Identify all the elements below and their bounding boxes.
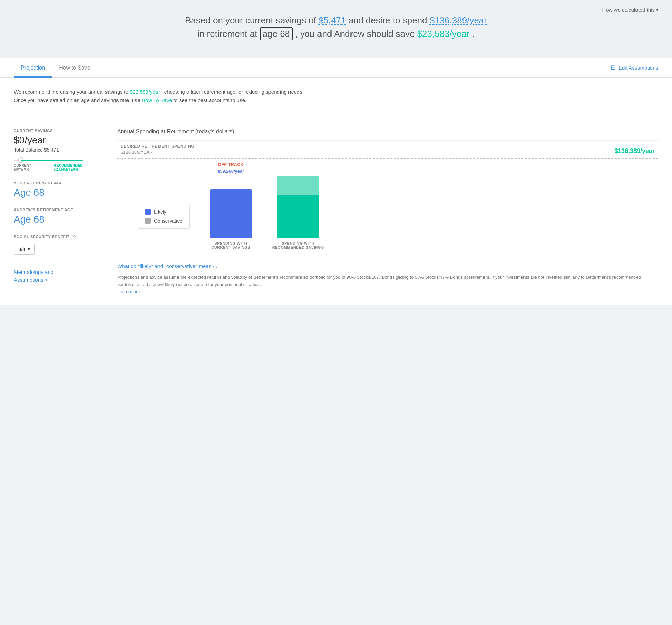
- slider-track: [14, 160, 83, 161]
- chevron-down-icon: ▾: [656, 8, 658, 12]
- spend-amount-link[interactable]: $136,389/year: [430, 15, 487, 25]
- chart-container: DESIRED RETIREMENT SPENDING $136,389/YEA…: [117, 140, 658, 295]
- slider-fill: [21, 160, 83, 161]
- learn-more-link[interactable]: Learn more ›: [117, 289, 143, 294]
- social-security-value: 3/4: [18, 246, 26, 252]
- desired-spending-line: [117, 158, 658, 159]
- header-section: How we calculated this ▾ Based on your c…: [0, 0, 672, 58]
- recommendation-text: We recommend increasing your annual savi…: [14, 88, 658, 104]
- projection-note: Projections and advice assume the expect…: [117, 274, 658, 288]
- legend-area: Likely Conservative: [138, 201, 190, 249]
- social-security-dropdown[interactable]: 3/4 ▾: [14, 244, 35, 255]
- legend-likely: Likely: [145, 209, 182, 215]
- bar1-blue: [210, 189, 252, 238]
- slider-labels: CURRENT $0/YEAR RECOMMENDED $23,583/YEAR: [14, 164, 83, 171]
- question-icon[interactable]: ?: [71, 235, 76, 240]
- sliders-icon: ⊟: [611, 64, 616, 71]
- right-panel: Annual Spending at Retirement (today's d…: [117, 129, 658, 295]
- retirement-age-value: Age 68: [14, 187, 103, 198]
- conservative-swatch: [145, 218, 151, 224]
- conservative-label: Conservative: [154, 218, 182, 224]
- bar1-caption: SPENDING WITHCURRENT SAVINGS: [211, 241, 250, 249]
- chart-title: Annual Spending at Retirement (today's d…: [117, 129, 658, 135]
- desired-right-value: $136,389/year: [614, 147, 655, 155]
- bar-current-savings: OFF TRACK $59,268/year SPENDING WITHCURR…: [210, 162, 252, 249]
- tabs-bar: Projection How to Save ⊟ Edit Assumption…: [0, 58, 672, 78]
- andrew-retirement-section: ANDREW'S RETIREMENT AGE Age 68: [14, 208, 103, 225]
- edit-assumptions-button[interactable]: ⊟ Edit Assumptions: [611, 64, 658, 71]
- retirement-age-label: YOUR RETIREMENT AGE: [14, 181, 103, 185]
- andrew-retirement-label: ANDREW'S RETIREMENT AGE: [14, 208, 103, 212]
- methodology-link[interactable]: Methodology andAssumptions >: [14, 268, 103, 284]
- savings-slider[interactable]: CURRENT $0/YEAR RECOMMENDED $23,583/YEAR: [14, 160, 103, 171]
- retirement-age-section: YOUR RETIREMENT AGE Age 68: [14, 181, 103, 198]
- bar1-status: OFF TRACK: [218, 162, 244, 167]
- likely-swatch: [145, 209, 151, 215]
- social-security-section: SOCIAL SECURITY BENEFIT ? 3/4 ▾: [14, 235, 103, 255]
- desired-spending-label: DESIRED RETIREMENT SPENDING: [121, 144, 194, 149]
- slider-current-value: $0/YEAR: [14, 167, 31, 171]
- current-savings-value: $0/year: [14, 135, 103, 146]
- tab-how-to-save[interactable]: How to Save: [52, 58, 97, 78]
- slider-recommended-label: RECOMMENDED: [54, 164, 83, 167]
- how-calculated-button[interactable]: How we calculated this ▾: [602, 7, 658, 13]
- bar2-green-dark: [277, 195, 319, 238]
- dropdown-chevron-icon: ▾: [28, 246, 30, 252]
- likely-label: Likely: [154, 209, 166, 215]
- current-savings-label: CURRENT SAVINGS: [14, 129, 103, 133]
- bar2-green-light: [277, 176, 319, 195]
- bar-recommended-savings: SPENDING WITHRECOMMENDED SAVINGS: [272, 165, 324, 249]
- header-description: Based on your current savings of $5,471 …: [181, 14, 491, 41]
- left-panel: CURRENT SAVINGS $0/year Total Balance $5…: [14, 129, 103, 295]
- recommended-savings-value: $23,583/year: [417, 29, 470, 39]
- bar2-caption: SPENDING WITHRECOMMENDED SAVINGS: [272, 241, 324, 249]
- tab-projection[interactable]: Projection: [14, 58, 52, 78]
- andrew-retirement-value: Age 68: [14, 214, 103, 225]
- how-to-save-link[interactable]: How To Save: [142, 97, 172, 103]
- current-savings-section: CURRENT SAVINGS $0/year Total Balance $5…: [14, 129, 103, 171]
- legend-conservative: Conservative: [145, 218, 182, 224]
- slider-current-label: CURRENT: [14, 164, 31, 167]
- total-balance-label: Total Balance $5,471: [14, 147, 103, 153]
- recommendation-wrapper: We recommend increasing your annual savi…: [0, 78, 672, 118]
- social-security-label: SOCIAL SECURITY BENEFIT: [14, 235, 69, 239]
- legend-box: Likely Conservative: [138, 204, 190, 229]
- bars-area: Likely Conservative OFF TRACK $59,268/ye…: [117, 162, 658, 256]
- main-content: CURRENT SAVINGS $0/year Total Balance $5…: [0, 118, 672, 305]
- bar1-value: $59,268/year: [217, 168, 244, 174]
- slider-recommended-value: $23,583/YEAR: [54, 167, 83, 171]
- desired-spending-value: $136,389/YEAR: [121, 150, 194, 155]
- savings-amount-link[interactable]: $5,471: [318, 15, 346, 25]
- what-likely-conservative-link[interactable]: What do "likely" and "conservative" mean…: [117, 263, 658, 269]
- retirement-age-badge: age 68: [260, 27, 293, 40]
- recommendation-amount: $23,583/year: [130, 89, 160, 95]
